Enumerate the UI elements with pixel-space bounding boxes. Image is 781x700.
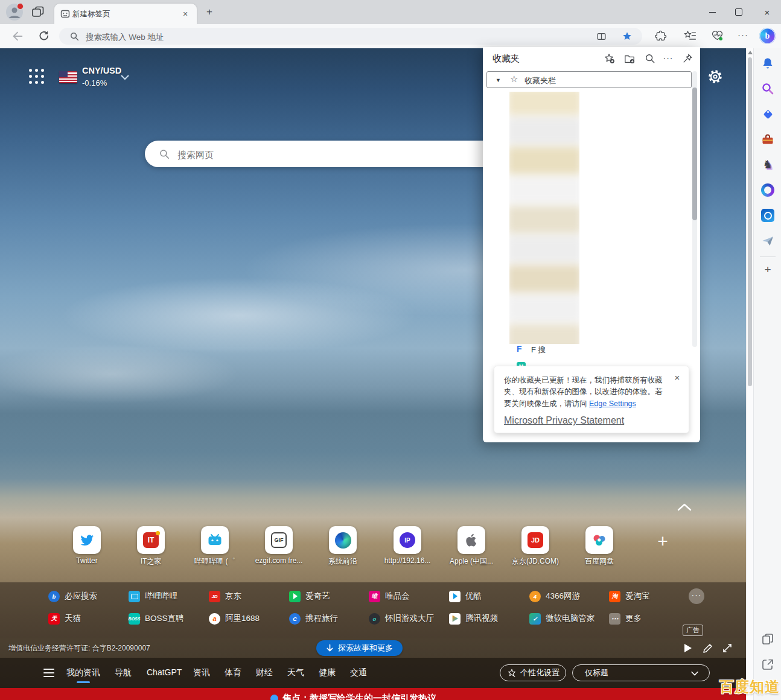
copilot-icon[interactable]: b [759, 28, 776, 44]
sidebar-add-button[interactable]: + [761, 263, 774, 276]
pin-panel-icon[interactable] [682, 53, 693, 64]
collapse-feed-chevron-icon[interactable] [676, 502, 693, 513]
nav-tab-health[interactable]: 健康 [319, 667, 336, 678]
quick-link-edge-site[interactable] [329, 526, 357, 554]
drop-icon[interactable] [761, 234, 774, 247]
workspaces-icon[interactable] [31, 6, 45, 18]
grid-link[interactable]: 淘爱淘宝 [609, 590, 650, 603]
nav-tab-sports[interactable]: 体育 [225, 667, 241, 678]
quick-link-ezgif[interactable]: GIF [265, 526, 293, 554]
panel-scrollbar-thumb[interactable] [692, 88, 697, 220]
grid-link[interactable]: 44366网游 [529, 590, 580, 603]
scrollbar-up-arrow[interactable] [748, 51, 753, 54]
nav-tab-weather[interactable]: 天气 [287, 667, 304, 678]
new-tab-button[interactable]: + [203, 6, 215, 18]
split-screen-icon[interactable] [596, 31, 607, 42]
hamburger-menu-icon[interactable] [43, 669, 54, 677]
notifications-bell-icon[interactable] [761, 57, 774, 70]
grid-link[interactable]: C携程旅行 [289, 612, 338, 625]
tab-close-icon[interactable]: × [180, 8, 191, 19]
browser-essentials-icon[interactable] [711, 29, 724, 42]
address-bar[interactable] [59, 28, 642, 45]
nav-tab-traffic[interactable]: 交通 [350, 667, 367, 678]
add-quick-link-button[interactable]: + [652, 531, 674, 553]
grid-link[interactable]: BOSSBOSS直聘 [129, 612, 184, 625]
grid-link[interactable]: JD京东 [209, 590, 241, 603]
grid-link-more[interactable]: ⋯更多 [609, 612, 642, 625]
currency-pair[interactable]: CNY/USD [82, 66, 121, 75]
nav-tab-chatgpt[interactable]: ChatGPT [147, 667, 182, 677]
grid-link[interactable]: 爱奇艺 [289, 590, 330, 603]
quick-link-bilibili[interactable] [201, 526, 229, 554]
quick-link-jd[interactable]: JD [521, 526, 549, 554]
scrollbar-thumb[interactable] [748, 57, 752, 386]
profile-avatar[interactable] [6, 4, 23, 21]
grid-link[interactable]: a阿里1688 [209, 612, 260, 625]
fullscreen-icon[interactable] [722, 643, 733, 654]
search-favorites-icon[interactable] [645, 53, 655, 64]
add-favorite-icon[interactable] [604, 53, 615, 64]
play-icon[interactable] [682, 643, 693, 654]
personalize-button[interactable]: 个性化设置 [500, 664, 566, 681]
more-menu-icon[interactable]: ··· [736, 29, 750, 42]
window-minimize-button[interactable] [699, 0, 725, 24]
quick-link-apple[interactable] [457, 526, 485, 554]
quick-link-label: 哔哩哔哩 (゜ [182, 556, 248, 567]
grid-link[interactable]: 唯唯品会 [369, 590, 410, 603]
refresh-icon[interactable] [37, 30, 51, 43]
nav-tab-my-feed[interactable]: 我的资讯 [66, 667, 100, 678]
layout-select[interactable]: 仅标题 [572, 664, 710, 681]
shopping-tag-icon[interactable] [761, 107, 774, 121]
chevron-down-icon[interactable] [121, 75, 129, 80]
panel-scrollbar[interactable] [692, 71, 697, 347]
quick-link-twitter[interactable] [73, 526, 101, 554]
outlook-icon[interactable] [761, 209, 774, 222]
grid-link[interactable]: 天天猫 [48, 612, 81, 625]
apps-grid-icon[interactable] [29, 69, 46, 86]
microsoft-365-icon[interactable] [761, 183, 774, 197]
gif-icon: GIF [271, 532, 287, 548]
nav-tab-finance[interactable]: 财经 [256, 667, 273, 678]
explore-stories-button[interactable]: 探索故事和更多 [316, 640, 403, 656]
window-maximize-button[interactable] [725, 0, 752, 24]
favorites-bar-row[interactable]: ▼ ☆ 收藏夹栏 [486, 71, 692, 88]
games-icon[interactable]: ♞ [761, 158, 774, 171]
grid-link[interactable]: 腾讯视频 [449, 612, 498, 625]
page-settings-gear-icon[interactable] [707, 69, 723, 84]
grid-link[interactable]: ✓微软电脑管家 [529, 612, 595, 625]
open-external-icon[interactable] [761, 658, 774, 671]
grid-link[interactable]: 优酷 [449, 590, 482, 603]
tab-new-tab[interactable]: 新建标签页 × [54, 4, 197, 24]
favorite-item-f-search[interactable]: F 搜 [531, 345, 546, 355]
page-scrollbar[interactable] [746, 48, 753, 700]
extensions-icon[interactable] [655, 30, 667, 42]
window-close-button[interactable]: × [753, 0, 781, 24]
quick-link-ithome[interactable]: IT [137, 526, 165, 554]
favorite-star-filled-icon[interactable] [622, 31, 633, 42]
pen-icon[interactable] [703, 643, 713, 654]
quick-link-ip-address[interactable]: IP [394, 526, 421, 554]
nav-tab-navigation[interactable]: 导航 [115, 667, 132, 678]
notice-close-icon[interactable]: × [672, 372, 683, 383]
news-banner[interactable]: 焦点：教授写给学生的一封信引发热议 [0, 688, 746, 700]
nav-tab-news[interactable]: 资讯 [193, 667, 210, 678]
back-icon[interactable] [11, 30, 24, 43]
quick-link-baidu-pan[interactable] [585, 526, 613, 554]
expand-caret-icon[interactable]: ▼ [496, 77, 501, 83]
grid-link[interactable]: b必应搜索 [48, 590, 97, 603]
tools-toolbox-icon[interactable] [761, 133, 774, 146]
quick-link-label: ezgif.com fre... [246, 556, 312, 565]
search-icon[interactable] [761, 82, 774, 95]
chevron-down-icon [691, 671, 698, 676]
grid-link[interactable]: 哔哩哔哩 [129, 590, 177, 603]
privacy-statement-link[interactable]: Microsoft Privacy Statement [504, 415, 624, 426]
quick-link-label: 京东(JD.COM) [502, 556, 569, 567]
address-input[interactable] [84, 29, 413, 45]
favorites-more-icon[interactable]: ··· [663, 53, 674, 64]
copy-page-icon[interactable] [761, 632, 774, 646]
add-folder-icon[interactable] [624, 53, 635, 64]
edge-settings-link[interactable]: Edge Settings [589, 399, 636, 408]
grid-more-button[interactable]: ··· [689, 588, 704, 604]
grid-link[interactable]: o怀旧游戏大厅 [369, 612, 434, 625]
favorites-list-icon[interactable] [684, 30, 697, 42]
